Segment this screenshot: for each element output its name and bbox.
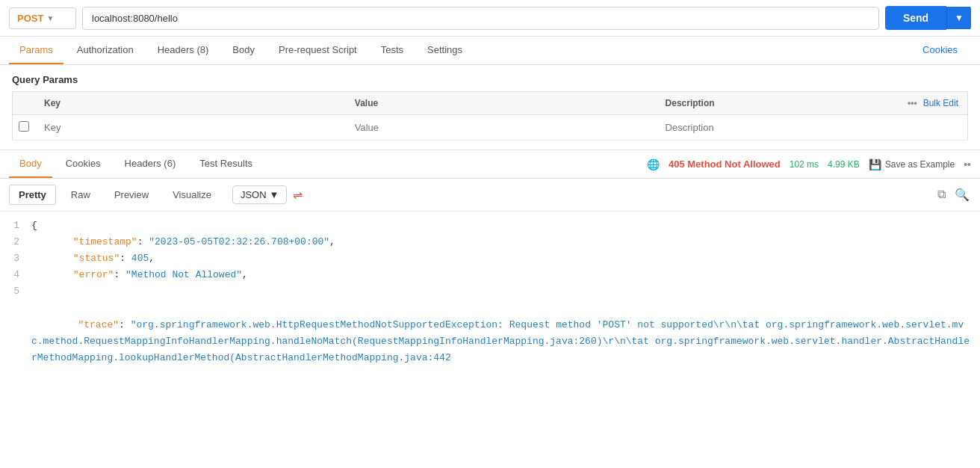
params-table: Key Value Description ••• Bulk Edit bbox=[12, 91, 968, 141]
format-chevron-icon: ▼ bbox=[270, 189, 279, 200]
line-number: 4 bbox=[9, 267, 31, 283]
send-dropdown-button[interactable]: ▼ bbox=[946, 7, 971, 29]
tab-authorization[interactable]: Authorization bbox=[66, 37, 144, 64]
status-code: 405 Method Not Allowed bbox=[669, 158, 781, 170]
row-checkbox[interactable] bbox=[19, 121, 29, 132]
resp-tab-body[interactable]: Body bbox=[9, 150, 52, 178]
json-line-5: 5 "trace": "org.springframework.web.Http… bbox=[0, 283, 980, 383]
json-line-4: 4 "error": "Method Not Allowed", bbox=[0, 267, 980, 283]
format-select[interactable]: JSON ▼ bbox=[232, 185, 288, 204]
th-checkbox bbox=[13, 92, 36, 115]
response-tabs-bar: Body Cookies Headers (6) Test Results 🌐 … bbox=[0, 150, 980, 179]
th-description: Description ••• Bulk Edit bbox=[657, 92, 968, 115]
line-number: 5 bbox=[9, 283, 31, 383]
fmt-tab-preview[interactable]: Preview bbox=[105, 185, 158, 204]
tab-params[interactable]: Params bbox=[9, 37, 63, 64]
value-input[interactable] bbox=[355, 122, 648, 133]
line-number: 3 bbox=[9, 250, 31, 267]
resp-tab-cookies[interactable]: Cookies bbox=[55, 150, 111, 178]
method-label: POST bbox=[17, 13, 43, 24]
fmt-tab-raw[interactable]: Raw bbox=[62, 185, 99, 204]
more-options-button[interactable]: •• bbox=[964, 158, 971, 170]
json-line-2: 2 "timestamp": "2023-05-05T02:32:26.708+… bbox=[0, 234, 980, 250]
method-select[interactable]: POST ▼ bbox=[9, 7, 76, 29]
query-params-title: Query Params bbox=[12, 74, 968, 85]
resp-tab-test-results[interactable]: Test Results bbox=[189, 150, 263, 178]
tab-headers[interactable]: Headers (8) bbox=[147, 37, 220, 64]
bulk-edit-link[interactable]: Bulk Edit bbox=[923, 98, 958, 108]
response-size: 4.99 KB bbox=[828, 159, 860, 170]
json-view: 1 { 2 "timestamp": "2023-05-05T02:32:26.… bbox=[0, 212, 980, 389]
value-cell bbox=[346, 115, 657, 141]
tab-cookies[interactable]: Cookies bbox=[912, 37, 968, 64]
query-params-section: Query Params Key Value Description ••• B… bbox=[0, 65, 980, 141]
description-input[interactable] bbox=[666, 122, 958, 133]
th-key: Key bbox=[35, 92, 346, 115]
save-example-button[interactable]: 💾 Save as Example bbox=[869, 158, 955, 170]
desc-cell bbox=[657, 115, 968, 141]
search-icon[interactable]: 🔍 bbox=[953, 186, 971, 203]
format-bar: Pretty Raw Preview Visualize JSON ▼ ⇌ ⧉ … bbox=[0, 179, 980, 212]
json-line-3: 3 "status": 405, bbox=[0, 250, 980, 267]
th-value: Value bbox=[346, 92, 657, 115]
top-bar: POST ▼ Send ▼ bbox=[0, 0, 980, 37]
key-cell bbox=[35, 115, 346, 141]
json-line-1: 1 { bbox=[0, 218, 980, 234]
tab-settings[interactable]: Settings bbox=[417, 37, 473, 64]
word-wrap-icon[interactable]: ⇌ bbox=[293, 188, 303, 202]
tab-pre-request[interactable]: Pre-request Script bbox=[268, 37, 368, 64]
line-number: 2 bbox=[9, 234, 31, 250]
tab-body[interactable]: Body bbox=[222, 37, 265, 64]
response-time: 102 ms bbox=[790, 159, 819, 170]
table-row bbox=[13, 115, 968, 141]
more-options-icon[interactable]: ••• bbox=[908, 98, 917, 108]
response-section: Body Cookies Headers (6) Test Results 🌐 … bbox=[0, 150, 980, 389]
format-right-actions: ⧉ 🔍 bbox=[936, 186, 971, 203]
method-chevron-icon: ▼ bbox=[46, 14, 54, 22]
request-tabs: Params Authorization Headers (8) Body Pr… bbox=[0, 37, 980, 65]
save-icon: 💾 bbox=[869, 158, 881, 170]
tab-tests[interactable]: Tests bbox=[370, 37, 414, 64]
send-button[interactable]: Send bbox=[885, 6, 946, 30]
response-status-area: 🌐 405 Method Not Allowed 102 ms 4.99 KB … bbox=[647, 158, 971, 170]
fmt-tab-pretty[interactable]: Pretty bbox=[9, 185, 56, 205]
key-input[interactable] bbox=[44, 122, 337, 133]
copy-icon[interactable]: ⧉ bbox=[936, 186, 947, 203]
fmt-tab-visualize[interactable]: Visualize bbox=[164, 185, 220, 204]
url-input[interactable] bbox=[82, 7, 879, 30]
resp-tab-headers[interactable]: Headers (6) bbox=[114, 150, 187, 178]
send-button-group: Send ▼ bbox=[885, 6, 971, 30]
globe-icon: 🌐 bbox=[647, 158, 660, 170]
line-number: 1 bbox=[9, 218, 31, 234]
row-checkbox-cell bbox=[13, 115, 36, 141]
